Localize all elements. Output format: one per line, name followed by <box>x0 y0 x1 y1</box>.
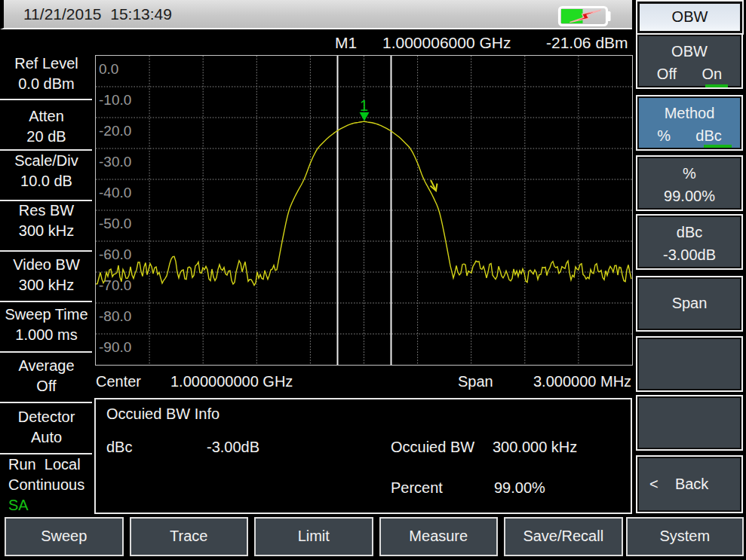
svg-text:-30.0: -30.0 <box>99 154 131 170</box>
svg-text:0.0: 0.0 <box>99 61 118 77</box>
svg-text:1: 1 <box>360 97 368 114</box>
svg-text:-90.0: -90.0 <box>99 339 131 355</box>
svg-text:-10.0: -10.0 <box>99 92 131 108</box>
svg-text:-70.0: -70.0 <box>99 277 131 293</box>
svg-text:-20.0: -20.0 <box>99 123 131 139</box>
svg-text:-40.0: -40.0 <box>99 185 131 200</box>
svg-text:-50.0: -50.0 <box>99 216 131 231</box>
svg-text:-80.0: -80.0 <box>99 308 131 324</box>
svg-text:-60.0: -60.0 <box>99 246 131 262</box>
